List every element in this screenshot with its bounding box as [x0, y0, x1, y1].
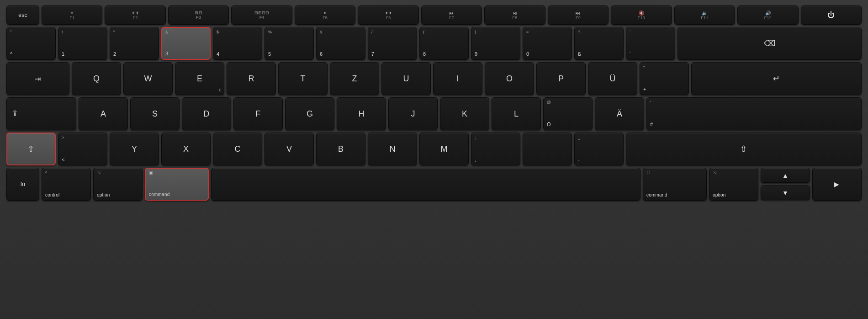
key-d[interactable]: D [182, 97, 231, 130]
key-option-left[interactable]: ⌥ option [93, 168, 143, 201]
key-o[interactable]: O [485, 62, 534, 95]
key-t[interactable]: T [278, 62, 328, 95]
key-arrow-down[interactable]: ▼ [761, 185, 810, 200]
key-a[interactable]: A [79, 97, 128, 130]
key-angle-bracket[interactable]: > < [58, 133, 107, 165]
key-f9[interactable]: ⏭ F9 [548, 5, 609, 25]
key-comma[interactable]: ; , [471, 133, 520, 165]
key-4[interactable]: $ 4 [213, 27, 262, 60]
key-fn[interactable]: fn [6, 168, 39, 201]
key-l[interactable]: L [492, 97, 541, 130]
key-w[interactable]: W [123, 62, 173, 95]
zxcv-row: ⇧ > < Y X C V B N M ; , [6, 133, 862, 165]
number-row: ° ^ ! 1 " 2 § 3 $ 4 % 5 & 6 / 7 [6, 27, 862, 60]
key-f5[interactable]: ✦ F5 [295, 5, 355, 25]
key-ae[interactable]: Ä [595, 97, 644, 130]
key-period[interactable]: : . [523, 133, 572, 165]
key-esc[interactable]: esc [6, 5, 39, 25]
key-f12[interactable]: 🔊 F12 [737, 5, 798, 25]
keyboard: esc ☀ F1 ☀☀ F2 ⊞⊟ F3 ⊞⊞⊟⊟ F [0, 0, 868, 319]
key-q[interactable]: Q [72, 62, 121, 95]
key-u[interactable]: U [381, 62, 431, 95]
key-x[interactable]: X [161, 133, 211, 165]
key-arrow-right[interactable]: ▶ [812, 168, 862, 201]
key-n[interactable]: N [368, 133, 417, 165]
key-caps[interactable]: ⇪ [6, 97, 76, 130]
key-b[interactable]: B [316, 133, 365, 165]
key-return[interactable]: ↵ [691, 62, 862, 95]
key-m[interactable]: M [419, 133, 469, 165]
key-space[interactable] [211, 168, 640, 201]
key-f4[interactable]: ⊞⊞⊟⊟ F4 [231, 5, 292, 25]
key-6[interactable]: & 6 [316, 27, 365, 60]
key-v[interactable]: V [265, 133, 314, 165]
key-f[interactable]: F [233, 97, 283, 130]
fn-row: esc ☀ F1 ☀☀ F2 ⊞⊟ F3 ⊞⊞⊟⊟ F [6, 5, 862, 25]
key-e[interactable]: E € [175, 62, 224, 95]
key-arrow-up[interactable]: ▲ [761, 168, 810, 183]
key-shift-right[interactable]: ⇧ [626, 133, 862, 165]
arrow-key-group: ▲ ▼ [761, 168, 810, 201]
key-grave[interactable]: ° ^ [6, 27, 56, 60]
key-5[interactable]: % 5 [265, 27, 314, 60]
key-z[interactable]: Z [330, 62, 379, 95]
key-shift-left[interactable]: ⇧ [6, 133, 56, 165]
key-option-right[interactable]: ⌥ option [709, 168, 758, 201]
key-acute[interactable]: ` ´ [626, 27, 675, 60]
asdf-row: ⇪ A S D F G H J K L @ Ö [6, 97, 862, 130]
key-oe[interactable]: @ Ö [543, 97, 593, 130]
key-f11[interactable]: 🔉 F11 [674, 5, 735, 25]
key-g[interactable]: G [285, 97, 334, 130]
key-f7[interactable]: ⏮ F7 [421, 5, 482, 25]
key-f1[interactable]: ☀ F1 [42, 5, 102, 25]
key-f3[interactable]: ⊞⊟ F3 [168, 5, 229, 25]
key-plus[interactable]: * + [640, 62, 689, 95]
key-sz[interactable]: ? ß [574, 27, 624, 60]
key-dash[interactable]: _ - [574, 133, 624, 165]
key-y[interactable]: Y [110, 133, 159, 165]
key-j[interactable]: J [388, 97, 438, 130]
key-7[interactable]: / 7 [368, 27, 417, 60]
key-1[interactable]: ! 1 [58, 27, 107, 60]
key-0[interactable]: = 0 [523, 27, 572, 60]
key-hash[interactable]: ' # [646, 97, 862, 130]
key-s[interactable]: S [130, 97, 180, 130]
key-2[interactable]: " 2 [110, 27, 159, 60]
key-command-right[interactable]: ⌘ command [643, 168, 707, 201]
key-tab[interactable]: ⇥ [6, 62, 69, 95]
key-backspace[interactable]: ⌫ [677, 27, 862, 60]
key-3[interactable]: § 3 [161, 27, 211, 60]
key-9[interactable]: ) 9 [471, 27, 520, 60]
key-control[interactable]: ^ control [42, 168, 91, 201]
key-i[interactable]: I [433, 62, 482, 95]
key-p[interactable]: P [536, 62, 586, 95]
key-c[interactable]: C [213, 133, 262, 165]
key-f2[interactable]: ☀☀ F2 [105, 5, 165, 25]
bottom-row: fn ^ control ⌥ option ⌘ command ⌘ comman… [6, 168, 862, 201]
key-8[interactable]: ( 8 [419, 27, 469, 60]
key-k[interactable]: K [440, 97, 489, 130]
key-power[interactable]: ⏻ [801, 5, 862, 25]
key-command-left[interactable]: ⌘ command [145, 168, 209, 201]
key-f6[interactable]: ✦✦ F6 [358, 5, 418, 25]
key-r[interactable]: R [227, 62, 276, 95]
key-f8[interactable]: ⏯ F8 [484, 5, 545, 25]
key-f10[interactable]: 🔇 F10 [611, 5, 672, 25]
key-h[interactable]: H [337, 97, 386, 130]
qwerty-row: ⇥ Q W E € R T Z U I O P [6, 62, 862, 95]
key-ue[interactable]: Ü [588, 62, 637, 95]
